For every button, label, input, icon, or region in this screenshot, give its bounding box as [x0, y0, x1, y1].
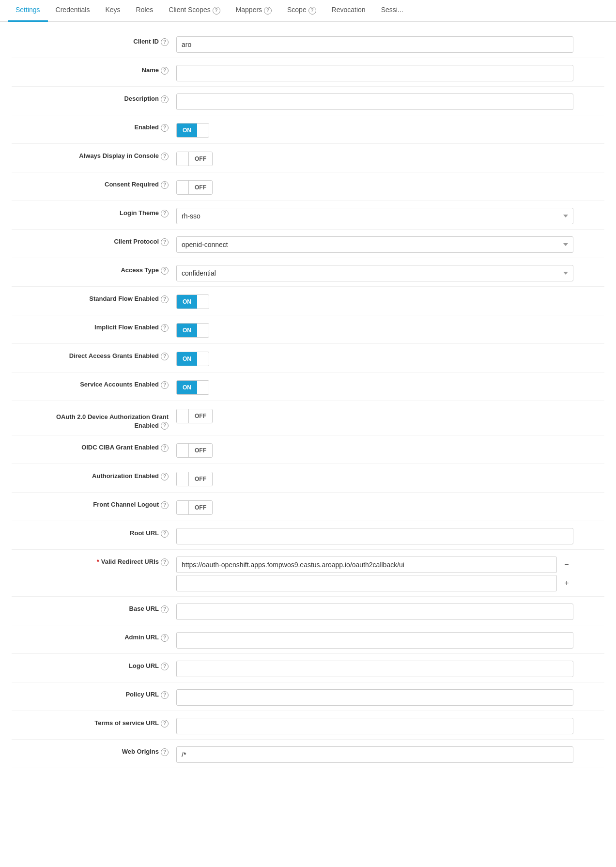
enabled-help-icon[interactable]: ? — [161, 124, 169, 132]
web-origins-help-icon[interactable]: ? — [161, 748, 169, 756]
remove-redirect-button[interactable]: − — [560, 558, 573, 572]
valid-redirect-input-1[interactable] — [176, 557, 557, 573]
always-display-label: Always Display in Console ? — [12, 149, 176, 160]
always-display-toggle[interactable]: OFF — [176, 151, 213, 167]
direct-access-help-icon[interactable]: ? — [161, 353, 169, 360]
client-id-input[interactable] — [176, 36, 573, 53]
oidc-ciba-toggle[interactable]: OFF — [176, 442, 213, 459]
front-channel-help-icon[interactable]: ? — [161, 501, 169, 509]
base-url-label: Base URL ? — [12, 602, 176, 613]
oauth-device-toggle[interactable]: OFF — [176, 408, 213, 424]
admin-url-input[interactable] — [176, 632, 573, 649]
logo-url-help-icon[interactable]: ? — [161, 663, 169, 670]
valid-redirect-help-icon[interactable]: ? — [161, 558, 169, 566]
valid-redirect-row: * Valid Redirect URIs ? − + — [12, 550, 604, 597]
direct-access-label: Direct Access Grants Enabled ? — [12, 349, 176, 360]
front-channel-toggle-off[interactable]: OFF — [188, 501, 212, 514]
front-channel-label: Front Channel Logout ? — [12, 497, 176, 509]
oauth-device-toggle-off[interactable]: OFF — [188, 409, 212, 423]
enabled-toggle[interactable]: ON — [176, 122, 209, 139]
service-accounts-control: ON — [176, 377, 604, 396]
implicit-flow-control: ON — [176, 320, 604, 339]
oauth-device-help-icon[interactable]: ? — [161, 422, 169, 430]
front-channel-control: OFF — [176, 497, 604, 516]
base-url-input[interactable] — [176, 604, 573, 620]
oidc-ciba-toggle-off[interactable]: OFF — [188, 444, 212, 457]
direct-access-toggle[interactable]: ON — [176, 351, 209, 367]
root-url-input[interactable] — [176, 528, 573, 544]
tab-keys[interactable]: Keys — [97, 0, 128, 22]
client-id-help-icon[interactable]: ? — [161, 38, 169, 46]
tab-scope[interactable]: Scope ? — [279, 0, 324, 22]
valid-redirect-inputs: − + — [176, 557, 573, 591]
client-protocol-help-icon[interactable]: ? — [161, 238, 169, 246]
enabled-toggle-on[interactable]: ON — [177, 124, 197, 137]
terms-url-input[interactable] — [176, 718, 573, 734]
service-accounts-label: Service Accounts Enabled ? — [12, 377, 176, 389]
name-input[interactable] — [176, 65, 573, 81]
implicit-flow-help-icon[interactable]: ? — [161, 324, 169, 332]
consent-required-toggle[interactable]: OFF — [176, 179, 213, 196]
authorization-toggle-off[interactable]: OFF — [188, 472, 212, 486]
front-channel-toggle[interactable]: OFF — [176, 499, 213, 516]
authorization-toggle[interactable]: OFF — [176, 471, 213, 487]
description-control — [176, 92, 604, 110]
tab-credentials[interactable]: Credentials — [48, 0, 98, 22]
direct-access-toggle-on[interactable]: ON — [177, 352, 197, 366]
oidc-ciba-help-icon[interactable]: ? — [161, 444, 169, 452]
implicit-flow-toggle-on[interactable]: ON — [177, 324, 197, 337]
login-theme-control: rh-sso — [176, 206, 604, 224]
scope-help-icon: ? — [308, 7, 316, 15]
tab-session[interactable]: Sessi... — [373, 0, 411, 22]
service-accounts-toggle[interactable]: ON — [176, 379, 209, 396]
always-display-help-icon[interactable]: ? — [161, 153, 169, 160]
standard-flow-toggle[interactable]: ON — [176, 294, 209, 310]
settings-form: Client ID ? Name ? Description ? Enabled… — [0, 22, 616, 776]
description-input[interactable] — [176, 93, 573, 110]
login-theme-help-icon[interactable]: ? — [161, 210, 169, 217]
access-type-help-icon[interactable]: ? — [161, 267, 169, 275]
admin-url-help-icon[interactable]: ? — [161, 634, 169, 642]
tab-client-scopes[interactable]: Client Scopes ? — [161, 0, 228, 22]
service-accounts-toggle-on[interactable]: ON — [177, 381, 197, 394]
add-redirect-button[interactable]: + — [560, 576, 573, 590]
consent-required-help-icon[interactable]: ? — [161, 181, 169, 189]
client-scopes-help-icon: ? — [213, 7, 220, 15]
web-origins-row: Web Origins ? — [12, 740, 604, 768]
login-theme-select[interactable]: rh-sso — [176, 208, 573, 224]
tab-roles[interactable]: Roles — [128, 0, 161, 22]
always-display-toggle-off[interactable]: OFF — [188, 152, 212, 166]
policy-url-help-icon[interactable]: ? — [161, 691, 169, 699]
implicit-flow-toggle[interactable]: ON — [176, 322, 209, 339]
authorization-row: Authorization Enabled ? OFF — [12, 464, 604, 493]
base-url-help-icon[interactable]: ? — [161, 605, 169, 613]
service-accounts-help-icon[interactable]: ? — [161, 381, 169, 389]
access-type-select[interactable]: confidential — [176, 265, 573, 281]
standard-flow-help-icon[interactable]: ? — [161, 295, 169, 303]
tab-mappers[interactable]: Mappers ? — [228, 0, 279, 22]
logo-url-row: Logo URL ? — [12, 654, 604, 682]
root-url-row: Root URL ? — [12, 521, 604, 550]
tab-revocation[interactable]: Revocation — [324, 0, 373, 22]
admin-url-control — [176, 630, 604, 649]
enabled-control: ON — [176, 120, 604, 139]
oauth-device-label: OAuth 2.0 Device Authorization Grant Ena… — [12, 406, 176, 430]
policy-url-input[interactable] — [176, 689, 573, 706]
description-help-icon[interactable]: ? — [161, 95, 169, 103]
logo-url-control — [176, 659, 604, 677]
web-origins-input[interactable] — [176, 746, 573, 763]
logo-url-input[interactable] — [176, 661, 573, 677]
root-url-help-icon[interactable]: ? — [161, 530, 169, 538]
tab-settings[interactable]: Settings — [8, 0, 48, 22]
authorization-help-icon[interactable]: ? — [161, 473, 169, 480]
name-help-icon[interactable]: ? — [161, 67, 169, 75]
consent-required-control: OFF — [176, 177, 604, 196]
client-id-row: Client ID ? — [12, 30, 604, 58]
terms-url-help-icon[interactable]: ? — [161, 720, 169, 728]
standard-flow-control: ON — [176, 292, 604, 310]
valid-redirect-input-2[interactable] — [176, 575, 557, 591]
client-protocol-select[interactable]: openid-connect — [176, 236, 573, 253]
tab-bar: Settings Credentials Keys Roles Client S… — [0, 0, 616, 22]
consent-required-toggle-off[interactable]: OFF — [188, 181, 212, 194]
standard-flow-toggle-on[interactable]: ON — [177, 295, 197, 309]
